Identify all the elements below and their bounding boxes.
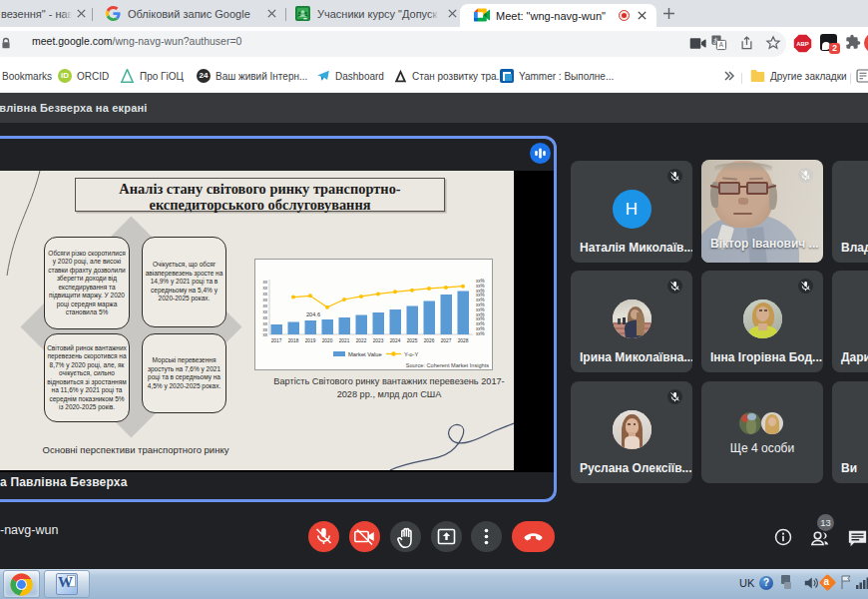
svg-text:2023: 2023 bbox=[373, 338, 384, 343]
svg-text:xx: xx bbox=[262, 315, 267, 320]
svg-text:Y-o-Y: Y-o-Y bbox=[404, 351, 418, 357]
svg-text:2024: 2024 bbox=[390, 338, 401, 343]
svg-text:xx: xx bbox=[262, 303, 267, 308]
svg-text:xx: xx bbox=[262, 321, 267, 326]
svg-text:2025: 2025 bbox=[407, 338, 418, 343]
svg-text:2021: 2021 bbox=[339, 338, 350, 343]
svg-text:2017: 2017 bbox=[271, 338, 282, 343]
svg-text:xx: xx bbox=[262, 280, 267, 285]
svg-text:2019: 2019 bbox=[305, 338, 316, 343]
svg-text:2026: 2026 bbox=[424, 338, 435, 343]
svg-text:xx: xx bbox=[262, 286, 267, 291]
svg-text:2022: 2022 bbox=[356, 338, 367, 343]
svg-text:xx: xx bbox=[262, 332, 267, 337]
svg-text:Source: Coherent Market Insigh: Source: Coherent Market Insights bbox=[406, 362, 490, 368]
svg-text:2018: 2018 bbox=[288, 338, 299, 343]
svg-text:xx: xx bbox=[262, 309, 267, 314]
svg-text:xx: xx bbox=[262, 298, 267, 302]
svg-text:2020: 2020 bbox=[322, 338, 333, 343]
svg-text:204.6: 204.6 bbox=[306, 311, 320, 317]
svg-text:Market Value: Market Value bbox=[348, 351, 382, 357]
svg-text:ABP: ABP bbox=[796, 41, 809, 47]
svg-text:2027: 2027 bbox=[441, 338, 452, 343]
svg-text:2028: 2028 bbox=[458, 338, 469, 343]
svg-text:xx%: xx% bbox=[476, 331, 485, 336]
svg-text:xx: xx bbox=[262, 292, 267, 297]
